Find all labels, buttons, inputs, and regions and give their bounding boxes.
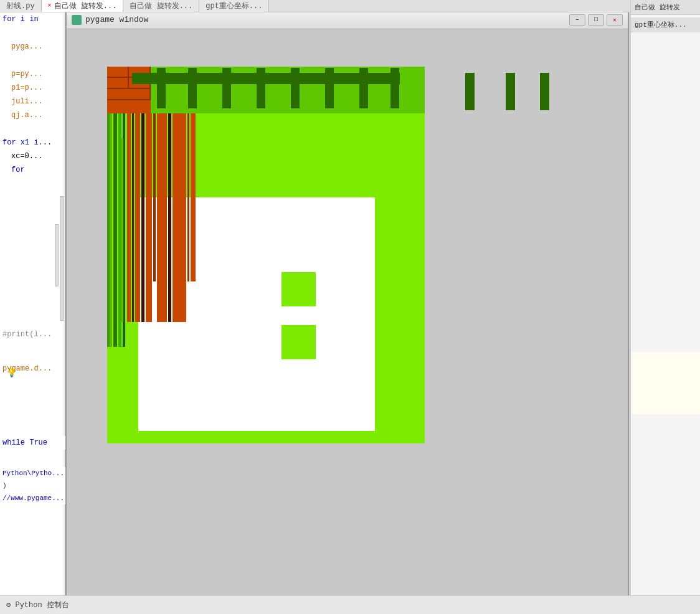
brick-row-3 (107, 89, 151, 100)
console-output: Python\Pytho... ) //www.pygame... (0, 467, 65, 504)
right-sidebar: 自己做 旋转发 gpt重心坐标... (630, 0, 700, 614)
minimize-button[interactable]: – (569, 14, 585, 26)
bottom-bar: ⚙ Python 控制台 (0, 595, 700, 614)
pygame-canvas (67, 29, 628, 597)
code-line-blank1 (0, 26, 65, 40)
code-line-blank2 (0, 54, 65, 67)
col-dark-2 (141, 113, 144, 322)
code-line-juli: juli... (0, 95, 65, 108)
fence-post-2 (188, 68, 197, 108)
tab-bar: 射线.py × 自己做 旋转发... 自己做 旋转发... gpt重心坐标... (0, 0, 630, 12)
col-orange-3 (146, 113, 152, 322)
fence-post-4 (257, 68, 265, 108)
fence-post-3 (222, 68, 231, 108)
float-rect-1 (465, 73, 475, 110)
game-scene (107, 67, 425, 440)
green-square-2 (281, 325, 316, 359)
float-rect-3 (540, 73, 549, 110)
code-line-for: for (0, 163, 65, 177)
code-line-qj: qj.a... (0, 108, 65, 122)
col-orange-6 (191, 113, 196, 281)
console-line-1: Python\Pytho... (2, 467, 65, 479)
stripe-mix-2 (121, 138, 123, 322)
code-line-xc: xc=0... (0, 149, 65, 163)
python-console-label[interactable]: ⚙ Python 控制台 (6, 600, 69, 610)
indent-guide-1 (60, 196, 64, 321)
green-platform (107, 113, 425, 443)
console-line-3: //www.pygame... (2, 492, 65, 504)
col-orange-1 (127, 113, 131, 322)
code-line-for-x1: for x1 i... (0, 136, 65, 149)
right-tab-2[interactable]: gpt重心坐标... (631, 17, 700, 32)
stripe-2 (113, 113, 117, 347)
code-line-comment: #print(l... (2, 330, 52, 339)
col-dark-3 (168, 113, 171, 322)
tab-active[interactable]: × 自己做 旋转发... (42, 0, 124, 12)
col-orange-2 (135, 113, 140, 322)
indent-guide-2 (55, 224, 59, 286)
code-line-p1: p1=p... (0, 81, 65, 95)
fence-post-6 (325, 68, 334, 108)
console-line-2: ) (2, 479, 65, 492)
fence-post-5 (291, 68, 300, 108)
float-rect-2 (506, 73, 515, 110)
code-line-p: p=py... (0, 67, 65, 81)
while-true-area: while True (0, 436, 65, 450)
code-line-blank3 (0, 122, 65, 136)
fence-post-1 (157, 68, 166, 108)
code-line-pygame-d: pygame.d... (2, 364, 52, 373)
col-med-2 (187, 113, 189, 281)
pygame-title: pygame window (85, 15, 565, 24)
pygame-controls: – □ ✕ (569, 14, 623, 26)
col-orange-4 (157, 113, 167, 322)
tab-self[interactable]: 自己做 旋转发... (123, 0, 199, 12)
col-med-1 (153, 113, 156, 281)
brick-3 (107, 78, 129, 88)
brick-1 (107, 67, 129, 77)
close-button[interactable]: ✕ (607, 14, 623, 26)
tab-active-label: 自己做 旋转发... (54, 0, 117, 12)
brick-5 (107, 89, 151, 99)
pygame-titlebar: pygame window – □ ✕ (67, 11, 628, 29)
col-orange-5 (173, 113, 186, 322)
stripe-mix-1 (110, 113, 112, 347)
tab-gpt[interactable]: gpt重心坐标... (199, 0, 269, 12)
restore-button[interactable]: □ (588, 14, 604, 26)
fence-post-8 (390, 68, 399, 108)
pygame-window: pygame window – □ ✕ (65, 9, 629, 598)
code-line-pyga: pyga... (0, 40, 65, 54)
right-note-area (631, 352, 700, 414)
tab-shoot[interactable]: 射线.py (0, 0, 42, 12)
right-tab-1[interactable]: 自己做 旋转发 (631, 0, 700, 15)
pygame-window-icon (72, 15, 82, 25)
while-true-text: while True (2, 436, 65, 450)
fence-area (107, 67, 425, 113)
green-square-1 (281, 272, 316, 306)
code-line-1: for i in (0, 12, 65, 26)
fence-post-7 (359, 68, 368, 108)
col-dark-1 (132, 113, 134, 322)
tab-close-icon[interactable]: × (48, 0, 52, 12)
code-panel: for i in pyga... p=py... p1=p... juli...… (0, 12, 65, 614)
